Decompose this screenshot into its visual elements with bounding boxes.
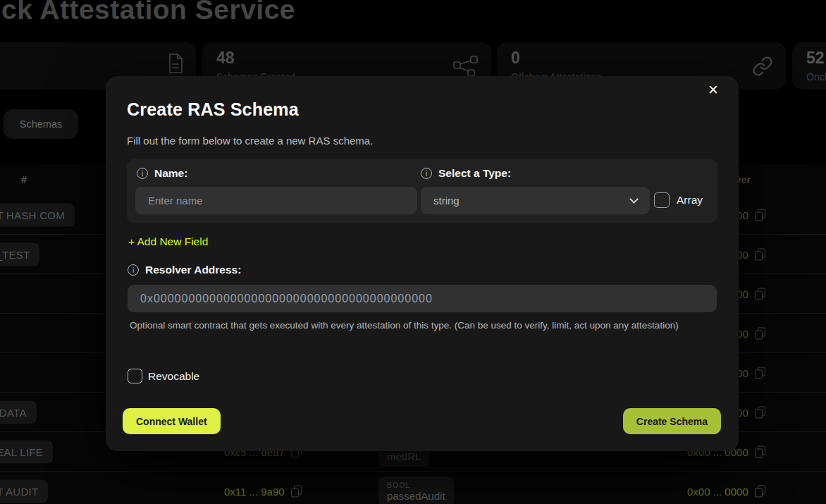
schema-name-badge: NT HASH COM: [0, 203, 75, 226]
copy-icon[interactable]: [755, 288, 765, 300]
table-row: CT AUDIT 0x11 ... 9a90 BOOLpassedAudit 0…: [0, 472, 826, 504]
modal-title: Create RAS Schema: [127, 99, 299, 120]
stat-value: 48: [216, 49, 235, 68]
field-name: metIRL: [387, 450, 421, 462]
copy-icon[interactable]: [755, 367, 765, 379]
copy-icon[interactable]: [755, 406, 765, 418]
network-icon: [453, 56, 479, 77]
schema-name-badge: A_TEST: [0, 242, 39, 266]
type-label: Select a Type:: [421, 167, 511, 180]
field-type: BOOL: [387, 481, 445, 490]
resolver-label: Resolver Address:: [128, 264, 241, 276]
close-icon[interactable]: ✕: [708, 83, 719, 97]
schema-field-badge: BOOLpassedAudit: [378, 477, 454, 504]
name-input[interactable]: [135, 187, 417, 214]
revocable-label: Revocable: [148, 370, 199, 383]
stat-label: Onchain Attestations: [806, 71, 826, 82]
field-definition-panel: Name: Select a Type: string Array: [127, 159, 717, 223]
schema-name-badge: REAL LIFE: [0, 440, 53, 463]
resolver-address: 0x00 ... 0000: [687, 485, 765, 497]
document-icon: [166, 52, 185, 75]
revocable-checkbox[interactable]: [128, 369, 142, 383]
add-new-field-button[interactable]: + Add New Field: [128, 235, 208, 248]
schema-name-badge: CT AUDIT: [0, 479, 48, 503]
stat-value: 0: [511, 49, 520, 68]
type-select[interactable]: string: [421, 187, 650, 214]
name-label: Name:: [137, 167, 187, 180]
stat-value: 52: [806, 49, 825, 68]
create-schema-modal: ✕ Create RAS Schema Fill out the form be…: [106, 76, 739, 451]
chevron-down-icon: [629, 195, 639, 204]
schema-uid: 0x11 ... 9a90: [224, 485, 302, 497]
resolver-help-text: Optional smart contract that gets execut…: [130, 319, 695, 333]
connect-wallet-button[interactable]: Connect Wallet: [123, 408, 221, 434]
modal-subtitle: Fill out the form below to create a new …: [127, 135, 373, 147]
copy-icon[interactable]: [755, 248, 765, 260]
array-checkbox[interactable]: [654, 192, 670, 208]
resolver-address-input[interactable]: [128, 285, 717, 312]
page-title: ck Attestation Service: [1, 0, 295, 25]
copy-icon[interactable]: [755, 327, 765, 339]
array-label: Array: [677, 194, 703, 207]
copy-icon[interactable]: [755, 209, 765, 221]
link-icon: [752, 56, 773, 77]
copy-icon[interactable]: [291, 485, 302, 497]
info-icon: [421, 168, 432, 179]
app-root: ck Attestation Service 48 Schemas Create…: [0, 0, 826, 504]
copy-icon[interactable]: [755, 485, 765, 497]
schema-name-badge: E DATA: [0, 400, 37, 424]
tab-schemas[interactable]: Schemas: [4, 109, 78, 139]
info-icon: [128, 264, 139, 276]
info-icon: [137, 168, 148, 179]
type-select-value: string: [433, 195, 460, 207]
stat-card-onchain: 52 Onchain Attestations: [792, 42, 826, 90]
create-schema-button[interactable]: Create Schema: [623, 408, 721, 434]
column-header-number: #: [21, 174, 27, 185]
copy-icon[interactable]: [755, 445, 765, 457]
field-name: passedAudit: [387, 490, 445, 502]
